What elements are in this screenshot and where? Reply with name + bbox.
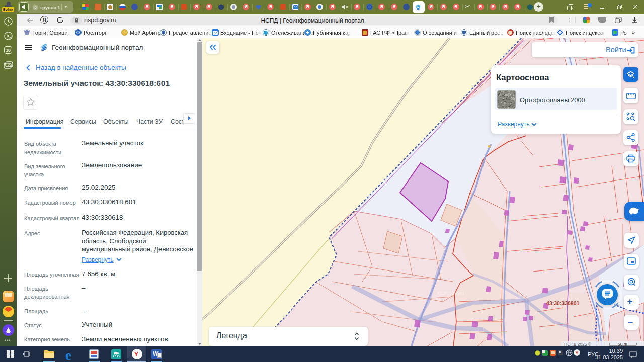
svg-text:43:30:330801: 43:30:330801 [437, 291, 464, 296]
svg-text:43:30:330801: 43:30:330801 [546, 300, 580, 306]
